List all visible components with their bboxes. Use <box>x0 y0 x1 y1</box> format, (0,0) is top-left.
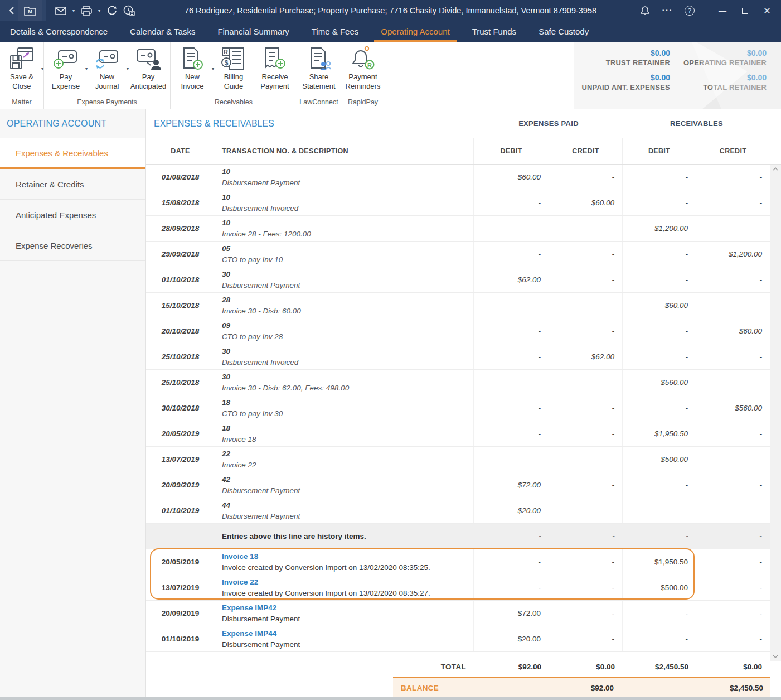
tab-trust-funds[interactable]: Trust Funds <box>463 21 525 42</box>
transaction-date: 01/08/2018 <box>146 165 215 190</box>
retainer-label: OPERATING RETAINER <box>683 59 767 67</box>
transaction-number: 18 <box>222 423 473 434</box>
ledger-row[interactable]: 13/07/2019Invoice 22Invoice created by C… <box>146 575 770 601</box>
transaction-description: Invoice 30 - Disb: 60.00 <box>222 306 473 317</box>
amount-cell: $72.00 <box>474 472 549 498</box>
ledger-row[interactable]: 20/10/201809CTO to pay Inv 28---$60.00 <box>146 318 770 344</box>
save-close-button[interactable]: ▾Save & Close <box>1 44 42 93</box>
matter-folder-icon[interactable]: M <box>18 0 42 21</box>
amount-cell: - <box>474 293 549 318</box>
help-icon[interactable]: ? <box>680 2 699 19</box>
transaction-link[interactable]: Invoice 18 <box>222 551 473 562</box>
ledger-row[interactable]: 25/10/201830Disbursement Invoiced-$62.00… <box>146 344 770 370</box>
ribbon-button-label: New Journal <box>95 73 119 91</box>
transaction-number: 10 <box>222 192 473 203</box>
total-label: TOTAL <box>215 656 474 677</box>
titlebar-tools: ▾ ▾ <box>54 3 136 18</box>
dropdown-caret-icon[interactable]: ▾ <box>41 66 43 71</box>
sidebar-item-anticipated-expenses[interactable]: Anticipated Expenses <box>0 200 145 230</box>
transaction-link[interactable]: Expense IMP42 <box>222 602 473 614</box>
separator-amount: - <box>696 524 770 549</box>
ledger-row[interactable]: 20/09/2019Expense IMP42Disbursement Paym… <box>146 601 770 626</box>
ribbon-button-label: Pay Expense <box>52 73 80 91</box>
ledger-row[interactable]: 01/10/2019Expense IMP44Disbursement Paym… <box>146 626 770 652</box>
more-ellipsis-icon[interactable]: ··· <box>658 2 677 19</box>
transaction-link[interactable]: Expense IMP44 <box>222 628 473 639</box>
share-statement-button[interactable]: Share Statement <box>298 44 339 93</box>
transaction-number: 44 <box>222 500 473 511</box>
group-header-expenses-paid: EXPENSES PAID <box>474 109 623 138</box>
amount-cell: - <box>696 344 770 369</box>
email-dropdown-icon[interactable]: ▾ <box>70 8 77 13</box>
minimize-icon[interactable]: — <box>713 2 732 19</box>
sidebar-item-expenses-receivables[interactable]: Expenses & Receivables <box>0 138 145 169</box>
tab-time-fees[interactable]: Time & Fees <box>303 21 367 42</box>
ledger-row[interactable]: 30/10/201818CTO to pay Inv 30---$560.00 <box>146 395 770 421</box>
pay-expense-card-plus-icon <box>53 46 79 71</box>
amount-cell: - <box>623 165 696 190</box>
notifications-bell-icon[interactable] <box>636 2 654 19</box>
email-icon[interactable] <box>54 3 68 18</box>
tab-details-correspondence[interactable]: Details & Correspondence <box>1 21 117 42</box>
ledger-row[interactable]: 20/05/2019Invoice 18Invoice created by C… <box>146 549 770 575</box>
transaction-number: 30 <box>222 371 473 383</box>
vertical-scrollbar[interactable] <box>770 165 781 661</box>
ribbon-group-lawconnect: Share StatementLawConnect <box>297 42 341 109</box>
receive-payment-button[interactable]: Receive Payment <box>254 44 295 93</box>
payment-reminders-button[interactable]: RPayment Reminders <box>342 44 384 93</box>
transaction-number: 22 <box>222 448 473 460</box>
amount-cell: - <box>623 626 696 651</box>
ledger-row[interactable]: 01/10/201830Disbursement Payment$62.00--… <box>146 267 770 293</box>
amount-cell: - <box>623 190 696 215</box>
ribbon-group-label: Receivables <box>172 96 295 109</box>
transaction-number: 09 <box>222 320 473 331</box>
ledger-row[interactable]: 25/10/201830Invoice 30 - Disb: 62.00, Fe… <box>146 370 770 395</box>
transaction-number: 30 <box>222 269 473 280</box>
billing-guide-button[interactable]: R $Billing Guide <box>213 44 254 93</box>
refresh-icon[interactable] <box>105 3 119 18</box>
new-invoice-button[interactable]: ▾New Invoice <box>172 44 213 93</box>
amount-cell: - <box>549 395 623 421</box>
back-icon[interactable] <box>6 6 18 15</box>
ledger-row[interactable]: 20/05/201918Invoice 18--$1,950.50- <box>146 421 770 447</box>
ledger-row[interactable]: 13/07/201922Invoice 22--$500.00- <box>146 447 770 472</box>
amount-cell: $62.00 <box>474 267 549 292</box>
history-separator-text: Entries above this line are history item… <box>215 524 474 549</box>
amount-cell: - <box>474 216 549 241</box>
new-journal-button[interactable]: ▾New Journal <box>86 44 128 93</box>
titlebar-divider <box>706 4 706 17</box>
tab-calendar-tasks[interactable]: Calendar & Tasks <box>121 21 204 42</box>
table-footer: TOTAL $92.00 $0.00 $2,450.50 $0.00 BALAN… <box>146 656 770 677</box>
sidebar-item-expense-recoveries[interactable]: Expense Recoveries <box>0 230 145 261</box>
print-icon[interactable] <box>79 3 94 18</box>
ribbon-button-label: New Invoice <box>181 73 203 91</box>
transaction-description: Disbursement Payment <box>222 511 473 522</box>
ledger-row[interactable]: 15/08/201810Disbursement Invoiced-$60.00… <box>146 190 770 216</box>
balance-expenses-paid: $92.00 <box>591 678 614 698</box>
ribbon-group-label: LawConnect <box>298 96 339 109</box>
maximize-icon[interactable] <box>735 2 754 19</box>
tab-safe-custody[interactable]: Safe Custody <box>530 21 598 42</box>
scroll-down-icon <box>773 655 778 658</box>
amount-cell: - <box>696 498 770 523</box>
transaction-description: Disbursement Payment <box>222 614 473 625</box>
close-icon[interactable]: ✕ <box>758 2 777 19</box>
pay-anticipated-button[interactable]: Pay Anticipated <box>128 44 169 93</box>
print-dropdown-icon[interactable]: ▾ <box>96 8 103 13</box>
pay-expense-button[interactable]: ▾Pay Expense <box>45 44 86 93</box>
tab-operating-account[interactable]: Operating Account <box>372 21 458 42</box>
transaction-link[interactable]: Invoice 22 <box>222 577 473 588</box>
sidebar-item-retainer-credits[interactable]: Retainer & Credits <box>0 169 145 200</box>
ledger-row[interactable]: 20/09/201942Disbursement Payment$72.00--… <box>146 472 770 498</box>
retainer-unpaid-ant-expenses: $0.00UNPAID ANT. EXPENSES <box>574 73 670 91</box>
ledger-row[interactable]: 01/10/201944Disbursement Payment$20.00--… <box>146 498 770 524</box>
new-invoice-doc-plus-icon <box>181 46 204 71</box>
ledger-row[interactable]: 01/08/201810Disbursement Payment$60.00--… <box>146 165 770 190</box>
tab-financial-summary[interactable]: Financial Summary <box>208 21 298 42</box>
ledger-row[interactable]: 28/09/201810Invoice 28 - Fees: 1200.00--… <box>146 216 770 242</box>
ledger-row[interactable]: 29/09/201805CTO to pay Inv 10---$1,200.0… <box>146 242 770 267</box>
col-r-credit: CREDIT <box>696 138 770 164</box>
time-record-icon[interactable] <box>122 3 136 18</box>
ledger-row[interactable]: 15/10/201828Invoice 30 - Disb: 60.00--$6… <box>146 293 770 318</box>
amount-cell: - <box>549 267 623 292</box>
